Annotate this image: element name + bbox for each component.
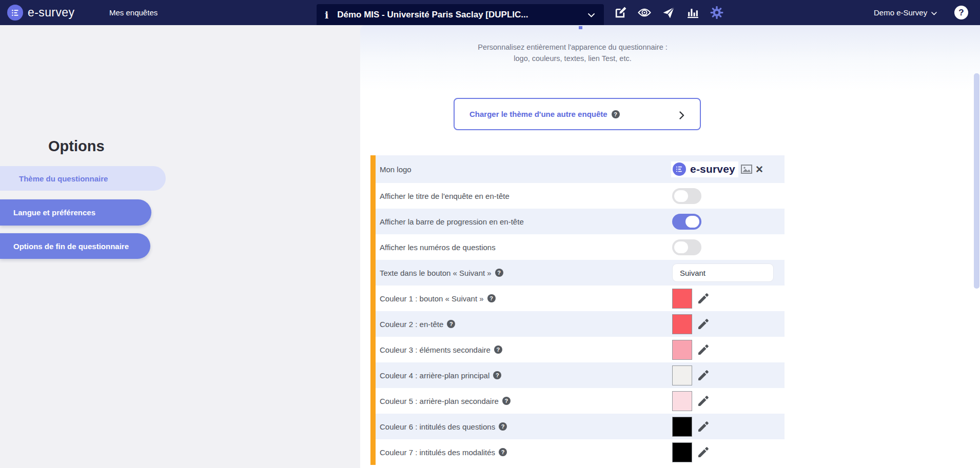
setting-row: Couleur 2 : en-tête?: [376, 311, 785, 337]
setting-control: [672, 286, 709, 311]
chevron-down-icon: [588, 10, 595, 19]
help-icon[interactable]: ?: [495, 269, 503, 277]
help-icon[interactable]: ?: [487, 294, 496, 302]
setting-control: [672, 209, 701, 234]
edit-pencil-icon[interactable]: [698, 344, 709, 355]
color-swatch[interactable]: [672, 340, 692, 360]
setting-row: Couleur 5 : arrière-plan secondaire?: [376, 388, 785, 414]
setting-label: Couleur 4 : arrière-plan principal: [380, 371, 489, 380]
toggle-knob: [674, 241, 688, 253]
chevron-down-icon: [931, 8, 937, 17]
header-toolbar: [614, 0, 723, 25]
load-theme-button[interactable]: Charger le thème d'une autre enquête ?: [454, 98, 701, 130]
setting-control: [672, 311, 709, 337]
help-icon[interactable]: ?: [494, 345, 502, 354]
brand-name: e-survey: [28, 6, 74, 19]
setting-label: Mon logo: [380, 165, 411, 174]
toggle-knob: [674, 190, 688, 202]
send-icon[interactable]: [662, 6, 675, 19]
color-swatch[interactable]: [672, 314, 692, 334]
sidebar-item-langue[interactable]: Langue et préférences: [0, 199, 151, 226]
color-swatch[interactable]: [672, 365, 692, 385]
survey-title: Démo MIS - Université Paris Saclay [DUPL…: [337, 10, 528, 20]
top-bar: e-survey Mes enquêtes i Démo MIS - Unive…: [0, 0, 980, 25]
sidebar-item-fin-questionnaire[interactable]: Options de fin de questionnaire: [0, 233, 150, 259]
sidebar-title: Options: [48, 138, 105, 155]
toggle-switch[interactable]: [672, 239, 701, 255]
sidebar-item-theme[interactable]: Thème du questionnaire: [0, 166, 166, 191]
setting-row: Afficher le titre de l'enquête en en-têt…: [376, 183, 785, 209]
setting-control: [672, 183, 701, 209]
account-menu[interactable]: Demo e-Survey: [874, 0, 937, 25]
intro-text: Personnalisez entièrement l'apparence du…: [360, 42, 785, 64]
logo-wordmark: e-survey: [690, 163, 735, 175]
setting-label: Couleur 2 : en-tête: [380, 320, 443, 329]
setting-row: Mon logoe-survey✕: [376, 155, 785, 183]
setting-row: Couleur 3 : éléments secondaire?: [376, 337, 785, 362]
help-icon[interactable]: ?: [493, 371, 501, 379]
edit-pencil-icon[interactable]: [698, 396, 709, 406]
next-button-text-input[interactable]: [672, 263, 774, 282]
edit-pencil-icon[interactable]: [698, 293, 709, 303]
setting-label: Afficher les numéros de questions: [380, 243, 496, 252]
edit-icon[interactable]: [614, 6, 627, 19]
setting-row: Couleur 1 : bouton « Suivant »?: [376, 286, 785, 311]
chevron-right-icon: [679, 111, 684, 121]
help-icon[interactable]: ?: [502, 397, 511, 405]
sidebar-item-label: Thème du questionnaire: [19, 174, 108, 183]
app-window: e-survey Mes enquêtes i Démo MIS - Unive…: [0, 0, 980, 468]
setting-label: Couleur 5 : arrière-plan secondaire: [380, 397, 499, 405]
setting-label: Couleur 6 : intitulés des questions: [380, 422, 495, 431]
logo-preview: e-survey: [671, 161, 738, 177]
setting-control: [672, 260, 774, 286]
brand[interactable]: e-survey: [7, 0, 74, 25]
setting-control: [672, 388, 709, 414]
load-theme-label: Charger le thème d'une autre enquête: [469, 110, 607, 118]
account-name: Demo e-Survey: [874, 8, 927, 17]
preview-eye-icon[interactable]: [638, 6, 651, 19]
settings-list: Mon logoe-survey✕Afficher le titre de l'…: [370, 155, 785, 465]
toggle-knob: [685, 216, 699, 228]
color-swatch[interactable]: [672, 289, 692, 309]
setting-control: [672, 439, 709, 465]
toggle-switch[interactable]: [672, 214, 701, 230]
setting-label: Couleur 3 : éléments secondaire: [380, 345, 491, 354]
setting-row: Couleur 4 : arrière-plan principal?: [376, 362, 785, 388]
scrollbar-thumb[interactable]: [974, 73, 979, 289]
edit-pencil-icon[interactable]: [698, 319, 709, 329]
setting-row: Couleur 7 : intitulés des modalités?: [376, 439, 785, 465]
survey-selector[interactable]: i Démo MIS - Université Paris Saclay [DU…: [317, 4, 604, 25]
color-swatch[interactable]: [672, 442, 692, 462]
color-swatch[interactable]: [672, 391, 692, 411]
setting-control: e-survey✕: [671, 155, 763, 183]
help-icon[interactable]: ?: [499, 448, 507, 456]
color-swatch[interactable]: [672, 417, 692, 437]
help-icon[interactable]: ?: [447, 320, 455, 328]
help-icon[interactable]: ?: [612, 110, 620, 118]
setting-label: Afficher le titre de l'enquête en en-têt…: [380, 192, 509, 200]
setting-row: Couleur 6 : intitulés des questions?: [376, 414, 785, 439]
settings-gear-icon[interactable]: [710, 6, 723, 19]
help-icon[interactable]: ?: [954, 6, 968, 19]
edit-pencil-icon[interactable]: [698, 370, 709, 380]
edit-pencil-icon[interactable]: [698, 447, 709, 457]
nav-mes-enquetes[interactable]: Mes enquêtes: [109, 0, 158, 25]
remove-logo-icon[interactable]: ✕: [755, 165, 763, 174]
sidebar-item-label: Options de fin de questionnaire: [13, 242, 129, 251]
setting-row: Afficher les numéros de questions: [376, 234, 785, 260]
setting-label: Afficher la barre de progression en en-t…: [380, 217, 524, 226]
info-icon[interactable]: i: [325, 9, 328, 21]
help-icon[interactable]: ?: [499, 422, 507, 431]
setting-control: [672, 362, 709, 388]
edit-pencil-icon[interactable]: [698, 421, 709, 432]
toggle-switch[interactable]: [672, 188, 701, 204]
results-chart-icon[interactable]: [686, 6, 699, 19]
theme-panel: Personnalisez entièrement l'apparence du…: [360, 25, 980, 468]
setting-control: [672, 414, 709, 439]
intro-line-1: Personnalisez entièrement l'apparence du…: [360, 42, 785, 53]
image-icon[interactable]: [741, 165, 752, 174]
setting-row: Texte dans le bouton « Suivant »?: [376, 260, 785, 286]
sidebar-item-label: Langue et préférences: [13, 208, 95, 217]
options-sidebar: Options Thème du questionnaire Langue et…: [0, 25, 360, 468]
esurvey-logo-icon: [673, 162, 686, 176]
